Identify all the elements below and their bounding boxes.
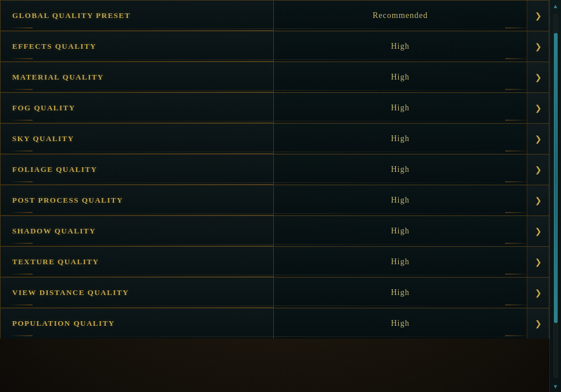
setting-value-view-distance-quality: High [274,278,527,308]
ornament-left [9,181,33,182]
ornament-left [9,212,33,213]
settings-list: Global Quality Preset Recommended ❯ Effe… [0,0,549,339]
setting-value-shadow-quality: High [274,216,527,246]
scrollbar: ▲ ▼ [549,0,561,392]
setting-label-texture-quality: Texture Quality [1,247,274,277]
scrollbar-up-button[interactable]: ▲ [550,0,561,12]
setting-label-population-quality: Population Quality [1,308,274,339]
setting-value-sky-quality: High [274,124,527,154]
setting-arrow-view-distance-quality[interactable]: ❯ [527,278,549,308]
setting-label-shadow-quality: Shadow Quality [1,216,274,246]
setting-row-post-process-quality: Post Process Quality High ❯ [0,185,549,215]
ornament-left [9,304,33,305]
ornament-left [9,274,33,275]
setting-value-container-texture-quality: High ❯ [274,247,549,277]
setting-label-effects-quality: Effects Quality [1,31,274,62]
setting-value-container-population-quality: High ❯ [274,308,549,339]
ornament-left [9,335,33,336]
setting-label-post-process-quality: Post Process Quality [1,185,274,215]
ornament-left [9,27,33,28]
scrollbar-thumb[interactable] [554,33,558,322]
setting-value-container-foliage-quality: High ❯ [274,154,549,185]
setting-row-foliage-quality: Foliage Quality High ❯ [0,154,549,185]
ornament-right [505,181,528,182]
ornament-right [505,58,528,59]
ornament-left [9,58,33,59]
setting-value-fog-quality: High [274,93,527,123]
ornament-right [505,27,528,28]
setting-row-view-distance-quality: View Distance Quality High ❯ [0,277,549,308]
setting-arrow-fog-quality[interactable]: ❯ [527,93,549,123]
ornament-left [9,120,33,121]
settings-panel: Global Quality Preset Recommended ❯ Effe… [0,0,549,392]
setting-arrow-effects-quality[interactable]: ❯ [527,31,549,62]
setting-value-container-view-distance-quality: High ❯ [274,278,549,308]
ornament-right [505,150,528,152]
setting-row-global-quality-preset: Global Quality Preset Recommended ❯ [0,0,549,31]
ornament-right [505,243,528,244]
setting-value-population-quality: High [274,308,527,339]
setting-value-material-quality: High [274,62,527,92]
setting-row-fog-quality: Fog Quality High ❯ [0,92,549,123]
setting-arrow-sky-quality[interactable]: ❯ [527,124,549,154]
setting-arrow-post-process-quality[interactable]: ❯ [527,185,549,215]
ornament-left [9,89,33,90]
ornament-right [505,335,528,336]
setting-value-container-fog-quality: High ❯ [274,93,549,123]
setting-value-container-shadow-quality: High ❯ [274,216,549,246]
setting-row-population-quality: Population Quality High ❯ [0,308,549,339]
setting-label-material-quality: Material Quality [1,62,274,92]
scrollbar-track [553,15,558,377]
setting-arrow-texture-quality[interactable]: ❯ [527,247,549,277]
setting-label-foliage-quality: Foliage Quality [1,154,274,185]
ornament-right [505,212,528,213]
ornament-right [505,274,528,275]
setting-value-foliage-quality: High [274,154,527,185]
ornament-right [505,304,528,305]
setting-label-view-distance-quality: View Distance Quality [1,278,274,308]
setting-value-container-sky-quality: High ❯ [274,124,549,154]
setting-arrow-global-quality-preset[interactable]: ❯ [527,1,549,31]
setting-label-global-quality-preset: Global Quality Preset [1,1,274,31]
setting-value-global-quality-preset: Recommended [274,1,527,31]
setting-value-texture-quality: High [274,247,527,277]
scrollbar-down-button[interactable]: ▼ [550,380,561,392]
setting-label-fog-quality: Fog Quality [1,93,274,123]
ornament-left [9,150,33,152]
setting-row-material-quality: Material Quality High ❯ [0,62,549,92]
setting-value-container-post-process-quality: High ❯ [274,185,549,215]
setting-arrow-shadow-quality[interactable]: ❯ [527,216,549,246]
ornament-right [505,89,528,90]
setting-row-shadow-quality: Shadow Quality High ❯ [0,215,549,246]
setting-value-container-material-quality: High ❯ [274,62,549,92]
setting-row-sky-quality: Sky Quality High ❯ [0,123,549,154]
setting-arrow-population-quality[interactable]: ❯ [527,308,549,339]
setting-value-post-process-quality: High [274,185,527,215]
ornament-right [505,120,528,121]
setting-arrow-material-quality[interactable]: ❯ [527,62,549,92]
ornament-left [9,243,33,244]
setting-value-container-global-quality-preset: Recommended ❯ [274,1,549,31]
setting-row-effects-quality: Effects Quality High ❯ [0,31,549,62]
setting-arrow-foliage-quality[interactable]: ❯ [527,154,549,185]
setting-value-container-effects-quality: High ❯ [274,31,549,62]
setting-label-sky-quality: Sky Quality [1,124,274,154]
setting-row-texture-quality: Texture Quality High ❯ [0,246,549,277]
setting-value-effects-quality: High [274,31,527,62]
